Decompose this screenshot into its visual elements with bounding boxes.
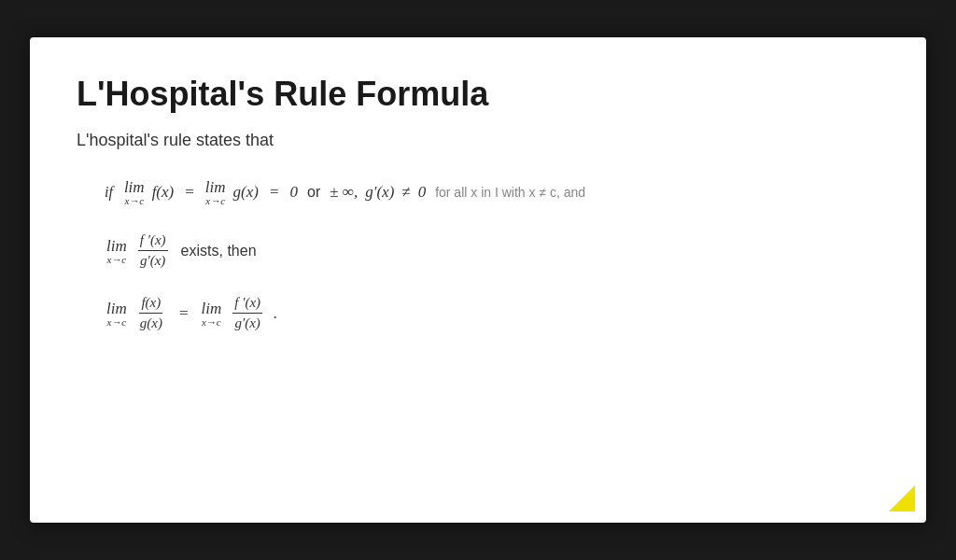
frac-f-g: f(x) g(x)	[138, 295, 164, 331]
for-all-text: for all x in I with x ≠ c, and	[435, 185, 585, 200]
gprime-x: g′(x)	[365, 183, 394, 202]
zero2: 0	[418, 183, 427, 202]
frac-fprime-gprime-2: f ′(x) g′(x)	[232, 295, 262, 331]
func-gx: g(x)	[233, 183, 259, 202]
denominator-gprime: g′(x)	[138, 251, 167, 269]
condition-line2: lim x→c f ′(x) g′(x) exists, then	[105, 232, 879, 269]
denominator-g: g(x)	[138, 314, 164, 331]
condition-line: if lim x→c f(x) = lim x→c g(x) = 0 or ± …	[105, 178, 879, 206]
limit-fx: lim x→c	[124, 178, 145, 206]
eq-conclusion: =	[179, 304, 189, 323]
neq: ≠	[401, 183, 410, 202]
limit-frac1: lim x→c	[106, 237, 127, 265]
or-text: or	[307, 184, 320, 201]
exists-then-text: exists, then	[181, 243, 257, 259]
func-fx: f(x)	[152, 183, 175, 202]
limit-gx: lim x→c	[205, 178, 226, 206]
slide: L'Hospital's Rule Formula L'hospital's r…	[30, 37, 926, 523]
math-content: if lim x→c f(x) = lim x→c g(x) = 0 or ± …	[77, 178, 879, 331]
zero: 0	[290, 183, 299, 202]
pm-inf: ± ∞,	[330, 183, 358, 202]
slide-title: L'Hospital's Rule Formula	[77, 75, 879, 114]
limit-conclusion2: lim x→c	[201, 300, 221, 328]
conclusion-line: lim x→c f(x) g(x) = lim x→c f ′(x) g′(x)…	[105, 295, 879, 331]
denominator-gprime2: g′(x)	[232, 314, 261, 331]
slide-subtitle: L'hospital's rule states that	[77, 131, 879, 150]
frac-fprime-gprime-1: f ′(x) g′(x)	[138, 232, 168, 269]
numerator-fprime: f ′(x)	[138, 232, 168, 251]
eq1: =	[185, 183, 194, 202]
limit-conclusion1: lim x→c	[106, 300, 127, 328]
numerator-f: f(x)	[139, 295, 162, 314]
numerator-fprime2: f ′(x)	[232, 295, 262, 314]
eq2: =	[270, 183, 279, 202]
corner-accent	[887, 483, 915, 511]
if-text: if	[105, 184, 113, 201]
period: .	[274, 304, 277, 323]
